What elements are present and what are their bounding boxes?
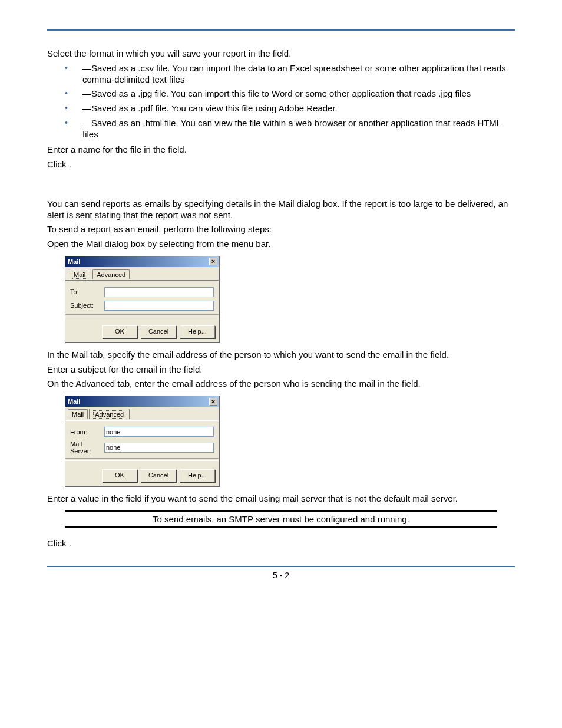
format-item-pdf: —Saved as a .pdf file. You can view this… xyxy=(65,103,515,114)
step-click-save: Click . xyxy=(47,159,515,170)
tab-advanced[interactable]: Advanced xyxy=(89,409,130,419)
mail-server-input[interactable] xyxy=(104,443,214,453)
subject-input[interactable] xyxy=(104,301,214,311)
tab-strip: Mail Advanced xyxy=(65,267,219,281)
dialog-title: Mail xyxy=(68,398,80,405)
step-select-format: Select the format in which you will save… xyxy=(47,48,515,60)
email-intro: You can send reports as emails by specif… xyxy=(47,199,515,221)
email-step-click-ok: Click . xyxy=(47,538,515,549)
step-enter-name: Enter a name for the file in the field. xyxy=(47,144,515,156)
tab-mail[interactable]: Mail xyxy=(68,269,91,279)
close-button[interactable]: × xyxy=(209,258,217,265)
to-input[interactable] xyxy=(104,287,214,297)
email-step-to: In the Mail tab, specify the email addre… xyxy=(47,350,515,361)
page-number: 5 - 2 xyxy=(47,571,515,580)
ok-button[interactable]: OK xyxy=(102,325,137,338)
footer-rule xyxy=(47,566,515,567)
note-text: To send emails, an SMTP server must be c… xyxy=(65,512,497,526)
format-item-csv: —Saved as a .csv file. You can import th… xyxy=(65,63,515,85)
label-from: From: xyxy=(70,429,104,436)
mail-dialog-advanced: Mail × Mail Advanced From: Mail Server: xyxy=(65,396,219,486)
format-item-jpg: —Saved as a .jpg file. You can import th… xyxy=(65,88,515,100)
label-mail-server: Mail Server: xyxy=(70,440,104,454)
tab-strip: Mail Advanced xyxy=(65,407,219,420)
header-rule xyxy=(47,29,515,31)
close-button[interactable]: × xyxy=(209,398,217,406)
email-step-open: Open the Mail dialog box by selecting fr… xyxy=(47,239,515,250)
cancel-button[interactable]: Cancel xyxy=(141,469,176,482)
ok-button[interactable]: OK xyxy=(102,469,137,482)
email-step-subject: Enter a subject for the email in the fie… xyxy=(47,364,515,375)
tab-advanced[interactable]: Advanced xyxy=(92,269,130,279)
cancel-button[interactable]: Cancel xyxy=(141,325,176,338)
note-block: To send emails, an SMTP server must be c… xyxy=(65,510,497,528)
dialog-title: Mail xyxy=(68,258,80,265)
help-button[interactable]: Help... xyxy=(180,469,215,482)
mail-dialog-basic: Mail × Mail Advanced To: Subject: OK xyxy=(65,256,219,342)
email-step-from: On the Advanced tab, enter the email add… xyxy=(47,378,515,390)
format-item-html: —Saved as an .html file. You can view th… xyxy=(65,118,515,140)
dialog-title-bar: Mail × xyxy=(65,256,219,267)
help-button[interactable]: Help... xyxy=(180,325,215,338)
email-to-send: To send a report as an email, perform th… xyxy=(47,224,515,235)
tab-mail[interactable]: Mail xyxy=(68,409,88,419)
email-step-mail-server: Enter a value in the field if you want t… xyxy=(47,493,515,505)
label-subject: Subject: xyxy=(70,302,104,309)
dialog-title-bar: Mail × xyxy=(65,396,219,407)
label-to: To: xyxy=(70,288,104,295)
format-list: —Saved as a .csv file. You can import th… xyxy=(47,63,515,140)
from-input[interactable] xyxy=(104,427,214,437)
